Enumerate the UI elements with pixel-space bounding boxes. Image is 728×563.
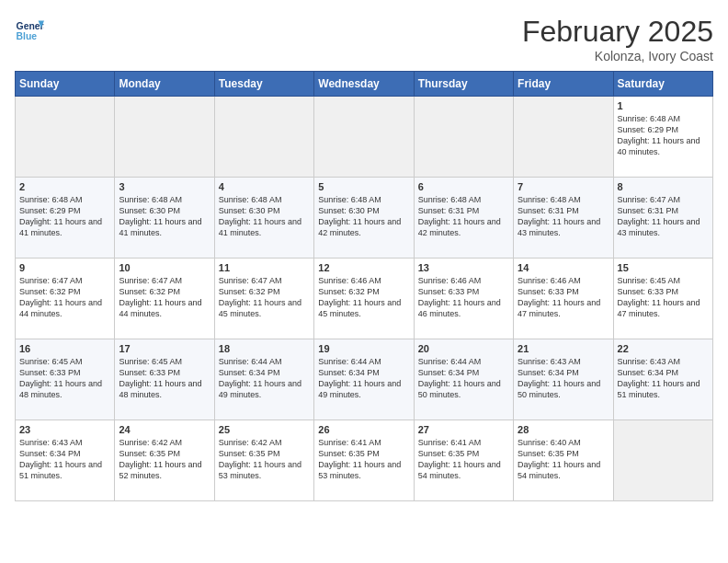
logo: General Blue [15, 15, 44, 44]
page-header: General Blue February 2025 Kolonza, Ivor… [15, 15, 713, 63]
calendar-cell: 9Sunrise: 6:47 AM Sunset: 6:32 PM Daylig… [16, 259, 115, 339]
day-info: Sunrise: 6:43 AM Sunset: 6:34 PM Dayligh… [618, 356, 709, 401]
day-number: 3 [119, 181, 210, 192]
day-number: 22 [618, 343, 709, 354]
header-tuesday: Tuesday [214, 72, 313, 97]
day-number: 23 [19, 424, 110, 435]
calendar-cell: 1Sunrise: 6:48 AM Sunset: 6:29 PM Daylig… [613, 97, 712, 178]
calendar-cell: 8Sunrise: 6:47 AM Sunset: 6:31 PM Daylig… [613, 178, 712, 259]
calendar-cell: 17Sunrise: 6:45 AM Sunset: 6:33 PM Dayli… [115, 339, 214, 420]
calendar-cell: 28Sunrise: 6:40 AM Sunset: 6:35 PM Dayli… [514, 420, 613, 501]
day-info: Sunrise: 6:44 AM Sunset: 6:34 PM Dayligh… [219, 356, 310, 401]
day-number: 18 [219, 343, 310, 354]
calendar-cell [314, 97, 414, 178]
calendar-cell: 19Sunrise: 6:44 AM Sunset: 6:34 PM Dayli… [314, 339, 414, 420]
day-info: Sunrise: 6:47 AM Sunset: 6:31 PM Dayligh… [618, 194, 709, 239]
week-row-1: 1Sunrise: 6:48 AM Sunset: 6:29 PM Daylig… [16, 97, 713, 178]
calendar-cell: 24Sunrise: 6:42 AM Sunset: 6:35 PM Dayli… [115, 420, 214, 501]
day-number: 16 [19, 343, 110, 354]
day-info: Sunrise: 6:41 AM Sunset: 6:35 PM Dayligh… [318, 437, 409, 482]
day-info: Sunrise: 6:48 AM Sunset: 6:31 PM Dayligh… [418, 194, 509, 239]
day-info: Sunrise: 6:46 AM Sunset: 6:32 PM Dayligh… [318, 275, 409, 320]
day-info: Sunrise: 6:43 AM Sunset: 6:34 PM Dayligh… [19, 437, 110, 482]
day-number: 9 [19, 262, 110, 273]
header-friday: Friday [514, 72, 613, 97]
day-info: Sunrise: 6:48 AM Sunset: 6:31 PM Dayligh… [518, 194, 609, 239]
calendar-cell: 2Sunrise: 6:48 AM Sunset: 6:29 PM Daylig… [16, 178, 115, 259]
day-info: Sunrise: 6:44 AM Sunset: 6:34 PM Dayligh… [318, 356, 409, 401]
day-number: 5 [318, 181, 409, 192]
day-number: 11 [219, 262, 310, 273]
day-number: 7 [518, 181, 609, 192]
calendar-cell: 23Sunrise: 6:43 AM Sunset: 6:34 PM Dayli… [16, 420, 115, 501]
day-number: 1 [618, 100, 709, 111]
day-info: Sunrise: 6:46 AM Sunset: 6:33 PM Dayligh… [418, 275, 509, 320]
day-info: Sunrise: 6:47 AM Sunset: 6:32 PM Dayligh… [119, 275, 210, 320]
calendar-cell: 16Sunrise: 6:45 AM Sunset: 6:33 PM Dayli… [16, 339, 115, 420]
day-number: 21 [518, 343, 609, 354]
day-info: Sunrise: 6:48 AM Sunset: 6:30 PM Dayligh… [219, 194, 310, 239]
day-number: 10 [119, 262, 210, 273]
calendar-cell [16, 97, 115, 178]
calendar-cell: 6Sunrise: 6:48 AM Sunset: 6:31 PM Daylig… [414, 178, 513, 259]
location-subtitle: Kolonza, Ivory Coast [522, 49, 713, 63]
calendar-cell: 11Sunrise: 6:47 AM Sunset: 6:32 PM Dayli… [214, 259, 313, 339]
day-number: 8 [618, 181, 709, 192]
title-block: February 2025 Kolonza, Ivory Coast [522, 15, 713, 63]
day-number: 12 [318, 262, 409, 273]
calendar-cell: 7Sunrise: 6:48 AM Sunset: 6:31 PM Daylig… [514, 178, 613, 259]
week-row-2: 2Sunrise: 6:48 AM Sunset: 6:29 PM Daylig… [16, 178, 713, 259]
calendar-cell: 25Sunrise: 6:42 AM Sunset: 6:35 PM Dayli… [214, 420, 313, 501]
day-number: 25 [219, 424, 310, 435]
calendar-cell: 15Sunrise: 6:45 AM Sunset: 6:33 PM Dayli… [613, 259, 712, 339]
day-info: Sunrise: 6:43 AM Sunset: 6:34 PM Dayligh… [518, 356, 609, 401]
logo-icon: General Blue [15, 15, 44, 44]
day-number: 14 [518, 262, 609, 273]
calendar-cell: 3Sunrise: 6:48 AM Sunset: 6:30 PM Daylig… [115, 178, 214, 259]
day-info: Sunrise: 6:42 AM Sunset: 6:35 PM Dayligh… [119, 437, 210, 482]
calendar-cell [514, 97, 613, 178]
calendar-cell: 22Sunrise: 6:43 AM Sunset: 6:34 PM Dayli… [613, 339, 712, 420]
day-info: Sunrise: 6:45 AM Sunset: 6:33 PM Dayligh… [19, 356, 110, 401]
day-info: Sunrise: 6:40 AM Sunset: 6:35 PM Dayligh… [518, 437, 609, 482]
calendar-cell: 14Sunrise: 6:46 AM Sunset: 6:33 PM Dayli… [514, 259, 613, 339]
day-info: Sunrise: 6:48 AM Sunset: 6:30 PM Dayligh… [318, 194, 409, 239]
header-sunday: Sunday [16, 72, 115, 97]
svg-text:Blue: Blue [17, 31, 38, 41]
day-number: 13 [418, 262, 509, 273]
day-number: 19 [318, 343, 409, 354]
day-number: 20 [418, 343, 509, 354]
week-row-4: 16Sunrise: 6:45 AM Sunset: 6:33 PM Dayli… [16, 339, 713, 420]
calendar-header-row: SundayMondayTuesdayWednesdayThursdayFrid… [16, 72, 713, 97]
day-number: 4 [219, 181, 310, 192]
header-wednesday: Wednesday [314, 72, 414, 97]
day-info: Sunrise: 6:47 AM Sunset: 6:32 PM Dayligh… [19, 275, 110, 320]
calendar-cell: 21Sunrise: 6:43 AM Sunset: 6:34 PM Dayli… [514, 339, 613, 420]
day-info: Sunrise: 6:47 AM Sunset: 6:32 PM Dayligh… [219, 275, 310, 320]
day-number: 24 [119, 424, 210, 435]
week-row-3: 9Sunrise: 6:47 AM Sunset: 6:32 PM Daylig… [16, 259, 713, 339]
day-number: 2 [19, 181, 110, 192]
calendar-cell: 13Sunrise: 6:46 AM Sunset: 6:33 PM Dayli… [414, 259, 513, 339]
day-info: Sunrise: 6:42 AM Sunset: 6:35 PM Dayligh… [219, 437, 310, 482]
day-info: Sunrise: 6:48 AM Sunset: 6:29 PM Dayligh… [19, 194, 110, 239]
calendar-cell [214, 97, 313, 178]
day-info: Sunrise: 6:44 AM Sunset: 6:34 PM Dayligh… [418, 356, 509, 401]
calendar-cell: 12Sunrise: 6:46 AM Sunset: 6:32 PM Dayli… [314, 259, 414, 339]
calendar-cell: 18Sunrise: 6:44 AM Sunset: 6:34 PM Dayli… [214, 339, 313, 420]
calendar-cell: 26Sunrise: 6:41 AM Sunset: 6:35 PM Dayli… [314, 420, 414, 501]
header-saturday: Saturday [613, 72, 712, 97]
calendar-cell [414, 97, 513, 178]
day-info: Sunrise: 6:45 AM Sunset: 6:33 PM Dayligh… [618, 275, 709, 320]
day-info: Sunrise: 6:48 AM Sunset: 6:29 PM Dayligh… [618, 113, 709, 158]
day-number: 26 [318, 424, 409, 435]
day-number: 27 [418, 424, 509, 435]
day-info: Sunrise: 6:48 AM Sunset: 6:30 PM Dayligh… [119, 194, 210, 239]
header-monday: Monday [115, 72, 214, 97]
day-number: 6 [418, 181, 509, 192]
month-title: February 2025 [522, 15, 713, 49]
day-number: 17 [119, 343, 210, 354]
header-thursday: Thursday [414, 72, 513, 97]
day-info: Sunrise: 6:41 AM Sunset: 6:35 PM Dayligh… [418, 437, 509, 482]
calendar-cell: 20Sunrise: 6:44 AM Sunset: 6:34 PM Dayli… [414, 339, 513, 420]
